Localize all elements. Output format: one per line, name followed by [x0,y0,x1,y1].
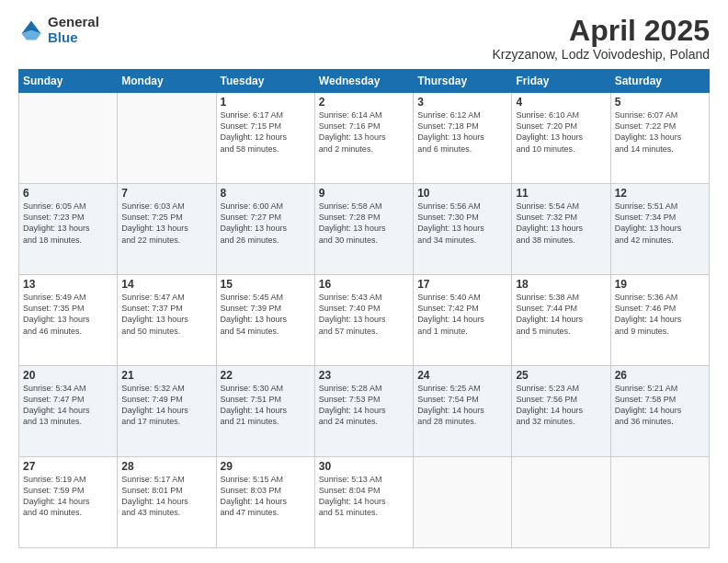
day-info: Sunrise: 6:00 AM Sunset: 7:27 PM Dayligh… [221,201,311,246]
logo-text: General Blue [48,15,99,45]
calendar-cell: 30Sunrise: 5:13 AM Sunset: 8:04 PM Dayli… [314,457,413,548]
calendar-week-3: 13Sunrise: 5:49 AM Sunset: 7:35 PM Dayli… [19,275,710,366]
header-sunday: Sunday [19,70,118,93]
day-number: 8 [221,187,311,200]
calendar-cell: 5Sunrise: 6:07 AM Sunset: 7:22 PM Daylig… [610,93,709,184]
calendar-cell [512,457,610,548]
calendar-cell: 26Sunrise: 5:21 AM Sunset: 7:58 PM Dayli… [610,366,709,457]
day-number: 3 [417,96,507,109]
calendar-cell: 22Sunrise: 5:30 AM Sunset: 7:51 PM Dayli… [216,366,314,457]
day-number: 18 [516,278,606,291]
day-number: 14 [121,278,211,291]
day-info: Sunrise: 5:47 AM Sunset: 7:37 PM Dayligh… [121,292,211,337]
logo-icon [18,17,44,43]
location: Krzyzanow, Lodz Voivodeship, Poland [492,47,710,62]
day-number: 22 [221,369,311,382]
calendar-cell: 21Sunrise: 5:32 AM Sunset: 7:49 PM Dayli… [118,366,216,457]
day-number: 20 [23,369,113,382]
day-info: Sunrise: 5:25 AM Sunset: 7:54 PM Dayligh… [417,383,507,428]
calendar-cell: 8Sunrise: 6:00 AM Sunset: 7:27 PM Daylig… [216,184,314,275]
day-info: Sunrise: 5:13 AM Sunset: 8:04 PM Dayligh… [319,474,409,519]
calendar-week-5: 27Sunrise: 5:19 AM Sunset: 7:59 PM Dayli… [19,457,710,548]
calendar-cell: 20Sunrise: 5:34 AM Sunset: 7:47 PM Dayli… [19,366,118,457]
day-number: 11 [516,187,606,200]
day-number: 16 [319,278,409,291]
calendar-cell: 3Sunrise: 6:12 AM Sunset: 7:18 PM Daylig… [414,93,512,184]
day-info: Sunrise: 6:07 AM Sunset: 7:22 PM Dayligh… [615,109,705,155]
day-number: 5 [615,96,705,109]
day-info: Sunrise: 5:17 AM Sunset: 8:01 PM Dayligh… [121,474,211,519]
day-number: 2 [319,96,409,109]
calendar-cell: 12Sunrise: 5:51 AM Sunset: 7:34 PM Dayli… [610,184,709,275]
header-saturday: Saturday [610,70,709,93]
header-tuesday: Tuesday [216,70,314,93]
calendar-cell: 28Sunrise: 5:17 AM Sunset: 8:01 PM Dayli… [118,457,216,548]
calendar-cell: 14Sunrise: 5:47 AM Sunset: 7:37 PM Dayli… [118,275,216,366]
day-number: 12 [615,187,705,200]
calendar-cell: 10Sunrise: 5:56 AM Sunset: 7:30 PM Dayli… [414,184,512,275]
day-info: Sunrise: 6:03 AM Sunset: 7:25 PM Dayligh… [121,201,211,246]
logo: General Blue [18,15,99,45]
day-number: 30 [319,460,409,473]
calendar-cell: 6Sunrise: 6:05 AM Sunset: 7:23 PM Daylig… [19,184,118,275]
calendar-cell: 11Sunrise: 5:54 AM Sunset: 7:32 PM Dayli… [512,184,610,275]
day-number: 4 [516,96,606,109]
calendar-header: Sunday Monday Tuesday Wednesday Thursday… [19,70,710,93]
day-info: Sunrise: 5:36 AM Sunset: 7:46 PM Dayligh… [615,292,705,337]
calendar-cell [414,457,512,548]
day-info: Sunrise: 5:56 AM Sunset: 7:30 PM Dayligh… [417,201,507,246]
calendar-cell: 2Sunrise: 6:14 AM Sunset: 7:16 PM Daylig… [314,93,413,184]
day-number: 15 [221,278,311,291]
calendar-cell: 27Sunrise: 5:19 AM Sunset: 7:59 PM Dayli… [19,457,118,548]
day-number: 28 [121,460,211,473]
day-info: Sunrise: 5:38 AM Sunset: 7:44 PM Dayligh… [516,292,606,337]
day-info: Sunrise: 6:10 AM Sunset: 7:20 PM Dayligh… [516,109,606,155]
calendar-week-4: 20Sunrise: 5:34 AM Sunset: 7:47 PM Dayli… [19,366,710,457]
day-number: 23 [319,369,409,382]
header-wednesday: Wednesday [314,70,413,93]
day-number: 7 [121,187,211,200]
calendar-cell: 9Sunrise: 5:58 AM Sunset: 7:28 PM Daylig… [314,184,413,275]
calendar-cell: 1Sunrise: 6:17 AM Sunset: 7:15 PM Daylig… [216,93,314,184]
calendar: Sunday Monday Tuesday Wednesday Thursday… [18,69,710,548]
day-info: Sunrise: 5:40 AM Sunset: 7:42 PM Dayligh… [417,292,507,337]
day-number: 10 [417,187,507,200]
day-info: Sunrise: 5:19 AM Sunset: 7:59 PM Dayligh… [23,474,113,519]
day-info: Sunrise: 5:15 AM Sunset: 8:03 PM Dayligh… [221,474,311,519]
day-info: Sunrise: 5:30 AM Sunset: 7:51 PM Dayligh… [221,383,311,428]
page: General Blue April 2025 Krzyzanow, Lodz … [0,0,728,563]
logo-general-text: General [48,15,99,30]
day-info: Sunrise: 5:32 AM Sunset: 7:49 PM Dayligh… [121,383,211,428]
day-number: 24 [417,369,507,382]
logo-blue-text: Blue [48,30,99,46]
day-info: Sunrise: 6:14 AM Sunset: 7:16 PM Dayligh… [319,109,409,155]
calendar-cell [610,457,709,548]
header: General Blue April 2025 Krzyzanow, Lodz … [18,15,710,62]
day-number: 26 [615,369,705,382]
header-thursday: Thursday [414,70,512,93]
day-info: Sunrise: 6:05 AM Sunset: 7:23 PM Dayligh… [23,201,113,246]
day-info: Sunrise: 5:28 AM Sunset: 7:53 PM Dayligh… [319,383,409,428]
day-info: Sunrise: 6:12 AM Sunset: 7:18 PM Dayligh… [417,109,507,155]
day-number: 9 [319,187,409,200]
calendar-cell [19,93,118,184]
calendar-cell: 19Sunrise: 5:36 AM Sunset: 7:46 PM Dayli… [610,275,709,366]
calendar-week-2: 6Sunrise: 6:05 AM Sunset: 7:23 PM Daylig… [19,184,710,275]
day-number: 1 [221,96,311,109]
day-number: 17 [417,278,507,291]
calendar-cell: 7Sunrise: 6:03 AM Sunset: 7:25 PM Daylig… [118,184,216,275]
calendar-cell: 15Sunrise: 5:45 AM Sunset: 7:39 PM Dayli… [216,275,314,366]
day-number: 29 [221,460,311,473]
day-info: Sunrise: 5:54 AM Sunset: 7:32 PM Dayligh… [516,201,606,246]
day-info: Sunrise: 5:23 AM Sunset: 7:56 PM Dayligh… [516,383,606,428]
header-friday: Friday [512,70,610,93]
month-title: April 2025 [492,15,710,47]
day-info: Sunrise: 5:34 AM Sunset: 7:47 PM Dayligh… [23,383,113,428]
day-info: Sunrise: 5:58 AM Sunset: 7:28 PM Dayligh… [319,201,409,246]
calendar-body: 1Sunrise: 6:17 AM Sunset: 7:15 PM Daylig… [19,93,710,548]
calendar-cell: 24Sunrise: 5:25 AM Sunset: 7:54 PM Dayli… [414,366,512,457]
title-area: April 2025 Krzyzanow, Lodz Voivodeship, … [492,15,710,62]
calendar-cell [118,93,216,184]
calendar-cell: 17Sunrise: 5:40 AM Sunset: 7:42 PM Dayli… [414,275,512,366]
calendar-cell: 13Sunrise: 5:49 AM Sunset: 7:35 PM Dayli… [19,275,118,366]
